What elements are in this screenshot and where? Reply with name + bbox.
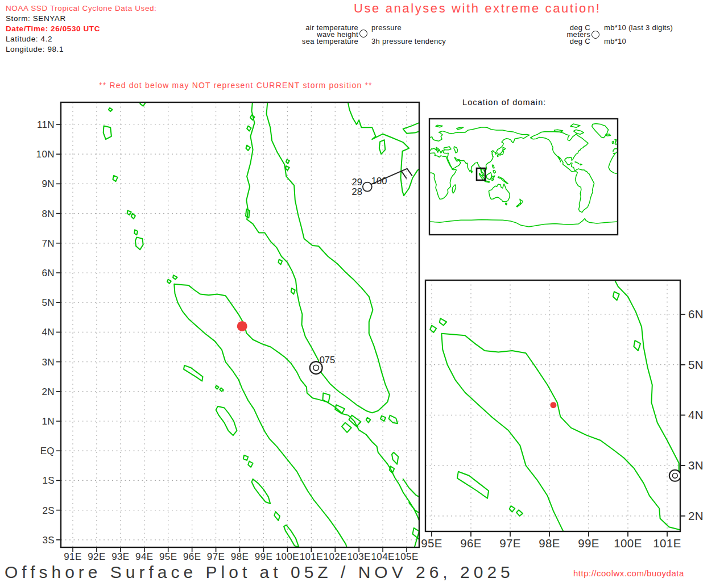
svg-text:10N: 10N [36, 149, 55, 160]
svg-text:99E: 99E [578, 537, 599, 550]
svg-text:93E: 93E [111, 551, 129, 562]
svg-text:2N: 2N [688, 509, 704, 522]
svg-text:97E: 97E [499, 537, 521, 550]
svg-text:2N: 2N [42, 386, 55, 397]
main-map-coastlines [104, 98, 423, 558]
svg-text:94E: 94E [135, 551, 153, 562]
svg-text:2S: 2S [42, 505, 55, 516]
world-map-frame [429, 119, 618, 235]
svg-text:96E: 96E [460, 537, 482, 550]
svg-text:9N: 9N [42, 178, 55, 189]
svg-text:101E: 101E [300, 551, 323, 562]
svg-text:075: 075 [320, 355, 336, 365]
svg-text:6N: 6N [688, 307, 704, 321]
svg-text:104E: 104E [371, 551, 394, 562]
svg-text:6N: 6N [42, 268, 55, 278]
svg-text:91E: 91E [64, 551, 81, 562]
storm-position-dot [237, 321, 247, 331]
plot-title: Offshore Surface Plot at 05Z / NOV 26, 2… [5, 563, 514, 582]
zoom-map-markers [550, 402, 680, 481]
svg-text:99E: 99E [255, 551, 272, 562]
svg-text:92E: 92E [88, 551, 105, 562]
svg-text:5N: 5N [42, 297, 55, 308]
source-url: http://coolwx.com/buoydata [573, 568, 684, 578]
buoy-plot-page: { "header": { "source_line": "NOAA SSD T… [0, 0, 728, 582]
map-canvas: 91E92E93E94E95E96E97E98E99E100E101E102E1… [0, 0, 728, 582]
svg-text:5N: 5N [688, 358, 704, 371]
svg-text:EQ: EQ [40, 446, 55, 456]
svg-text:98E: 98E [539, 537, 560, 550]
svg-text:105E: 105E [395, 551, 418, 562]
svg-text:96E: 96E [183, 551, 201, 562]
world-map-coastlines [429, 124, 618, 227]
svg-text:1N: 1N [42, 416, 55, 427]
svg-text:100E: 100E [276, 551, 299, 562]
svg-text:103E: 103E [348, 551, 371, 562]
svg-text:3S: 3S [42, 535, 55, 546]
svg-text:98E: 98E [231, 551, 249, 562]
svg-text:28: 28 [351, 186, 362, 197]
storm-position-dot-zoom [550, 402, 556, 408]
svg-text:8N: 8N [42, 209, 55, 219]
buoy-station-075: 075 [310, 355, 336, 374]
svg-text:100E: 100E [614, 537, 642, 550]
svg-text:3N: 3N [42, 357, 55, 368]
svg-text:1S: 1S [42, 475, 55, 486]
svg-text:97E: 97E [207, 551, 225, 562]
svg-text:29: 29 [351, 177, 362, 187]
svg-text:11N: 11N [37, 119, 55, 130]
svg-text:101E: 101E [653, 537, 681, 550]
svg-text:95E: 95E [159, 551, 177, 562]
svg-text:4N: 4N [688, 408, 704, 421]
svg-text:4N: 4N [42, 327, 55, 338]
svg-text:95E: 95E [421, 537, 442, 550]
svg-text:3N: 3N [688, 459, 704, 472]
svg-text:102E: 102E [324, 551, 347, 562]
svg-text:7N: 7N [42, 238, 55, 249]
